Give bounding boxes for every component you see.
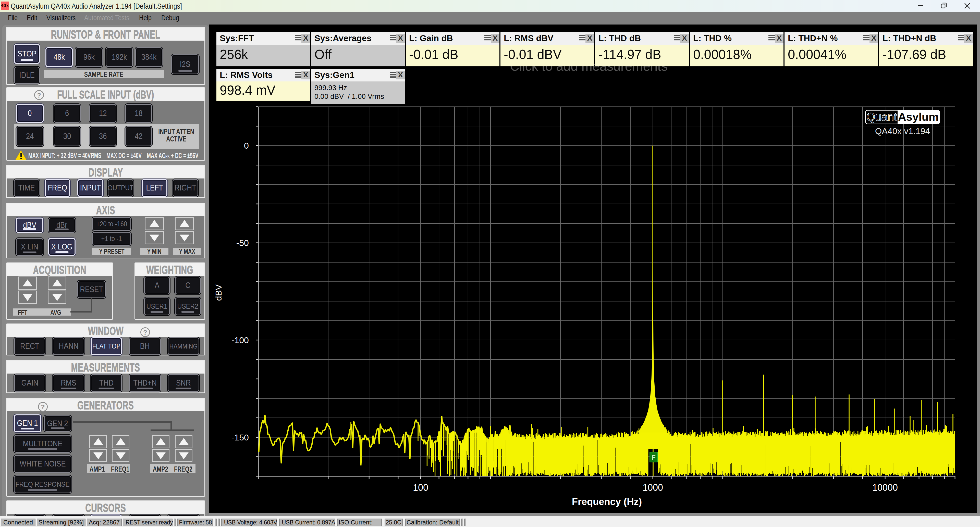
svg-text:F: F	[652, 454, 655, 462]
svg-text:-150: -150	[231, 433, 249, 442]
svg-text:dBV: dBV	[213, 285, 223, 301]
svg-text:-50: -50	[236, 238, 249, 248]
svg-text:1000: 1000	[643, 482, 663, 493]
svg-text:10000: 10000	[872, 482, 898, 493]
svg-text:-100: -100	[231, 335, 249, 345]
svg-text:Frequency (Hz): Frequency (Hz)	[572, 496, 642, 507]
svg-text:0: 0	[244, 141, 249, 150]
svg-text:100: 100	[413, 482, 428, 493]
